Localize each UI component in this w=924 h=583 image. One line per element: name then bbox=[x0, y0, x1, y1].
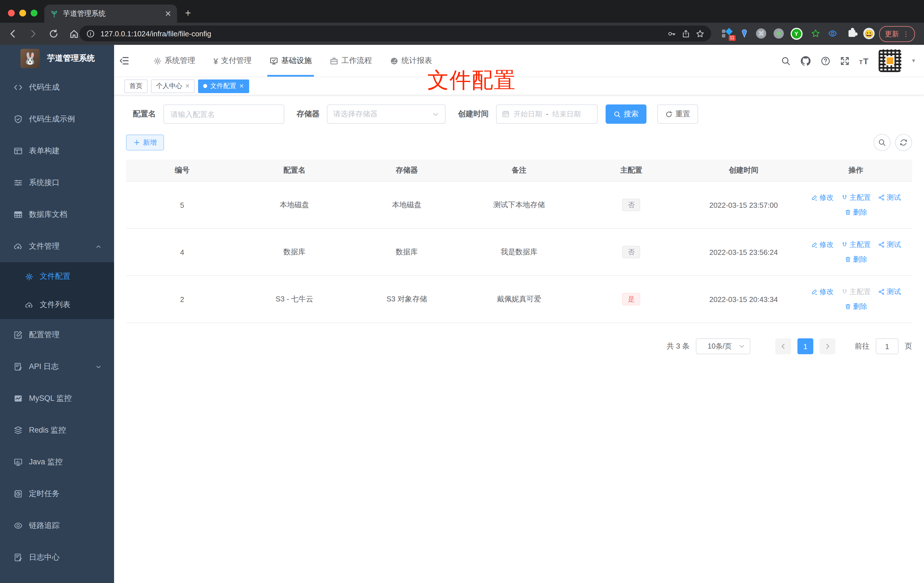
annotation-overlay-text: 文件配置 bbox=[427, 66, 516, 95]
sliders-icon bbox=[13, 178, 23, 187]
extension-eye-icon[interactable] bbox=[827, 27, 839, 40]
sidebar-item-system-api[interactable]: 系统接口 bbox=[0, 167, 114, 199]
share-nodes-icon bbox=[878, 194, 885, 201]
forward-button[interactable] bbox=[28, 29, 38, 39]
current-page-button[interactable]: 1 bbox=[797, 339, 813, 354]
sidebar-item-redis-monitor[interactable]: Redis 监控 bbox=[0, 415, 114, 446]
calendar-icon bbox=[502, 110, 510, 118]
browser-toolbar: 127.0.0.1:1024/infra/file/file-config 11… bbox=[0, 23, 924, 45]
back-button[interactable] bbox=[8, 29, 18, 39]
sidebar-item-file-config[interactable]: 文件配置 bbox=[0, 262, 114, 291]
tag-close-icon[interactable]: ✕ bbox=[185, 83, 190, 89]
tag-file-config[interactable]: 文件配置 ✕ bbox=[198, 79, 249, 93]
delete-link[interactable]: 删除 bbox=[845, 302, 867, 311]
extension-y-icon[interactable]: Y bbox=[790, 27, 802, 40]
sidebar-item-trace[interactable]: 链路追踪 bbox=[0, 510, 114, 542]
nav-item-system[interactable]: 系统管理 bbox=[144, 45, 204, 77]
extension-star-icon[interactable] bbox=[809, 27, 822, 40]
edit-link[interactable]: 修改 bbox=[811, 240, 834, 249]
sidebar-item-config-manage[interactable]: 配置管理 bbox=[0, 319, 114, 351]
sidebar-item-file-manage[interactable]: 文件管理 bbox=[0, 231, 114, 262]
extension-puzzle-icon[interactable] bbox=[846, 27, 858, 40]
storage-select[interactable]: 请选择存储器 bbox=[327, 104, 446, 124]
reload-button[interactable] bbox=[49, 29, 58, 39]
sidebar-item-mysql-monitor[interactable]: MySQL 监控 bbox=[0, 383, 114, 415]
config-name-input[interactable] bbox=[163, 104, 284, 124]
sidebar-item-code-gen[interactable]: 代码生成 bbox=[0, 71, 114, 103]
extension-command-icon[interactable]: ⌘ bbox=[755, 27, 767, 40]
minimize-window-button[interactable] bbox=[19, 10, 26, 17]
sidebar-item-form-builder[interactable]: 表单构建 bbox=[0, 135, 114, 167]
user-avatar-qr[interactable] bbox=[879, 50, 901, 72]
browser-tab[interactable]: 芋道管理系统 ✕ bbox=[44, 5, 177, 23]
browser-update-button[interactable]: 更新 ⋮ bbox=[879, 26, 915, 42]
refresh-table-button[interactable] bbox=[895, 134, 912, 151]
site-info-icon[interactable] bbox=[86, 29, 95, 38]
search-icon[interactable] bbox=[781, 56, 790, 66]
create-time-range-picker[interactable]: 开始日期 - 结束日期 bbox=[496, 104, 598, 124]
sidebar-item-db-doc[interactable]: 数据库文档 bbox=[0, 199, 114, 231]
close-window-button[interactable] bbox=[8, 10, 15, 17]
trash-icon bbox=[845, 209, 851, 216]
search-button[interactable]: 搜索 bbox=[606, 104, 647, 124]
app-title: 芋道管理系统 bbox=[47, 53, 95, 63]
nav-item-workflow[interactable]: 工作流程 bbox=[321, 45, 381, 77]
extension-dot-icon[interactable] bbox=[772, 27, 785, 40]
browser-menu-icon[interactable]: ⋮ bbox=[903, 30, 909, 38]
tab-close-icon[interactable]: ✕ bbox=[165, 10, 172, 18]
total-count: 共 3 条 bbox=[667, 341, 690, 352]
page-size-select[interactable]: 10条/页 bbox=[696, 339, 750, 354]
font-size-icon[interactable]: TT bbox=[859, 56, 869, 66]
add-button[interactable]: 新增 bbox=[126, 135, 164, 150]
master-config-link[interactable]: 主配置 bbox=[841, 193, 871, 202]
update-label: 更新 bbox=[885, 29, 899, 39]
sidebar-item-api-log[interactable]: API 日志 bbox=[0, 351, 114, 383]
extension-emoji-icon[interactable]: 😀 bbox=[863, 27, 875, 40]
goto-page-input[interactable] bbox=[876, 339, 898, 354]
test-link[interactable]: 测试 bbox=[878, 193, 901, 202]
nav-item-infra[interactable]: 基础设施 bbox=[261, 45, 321, 77]
tag-close-icon[interactable]: ✕ bbox=[239, 83, 244, 89]
reset-button[interactable]: 重置 bbox=[657, 104, 698, 124]
show-search-toggle-button[interactable] bbox=[873, 134, 891, 151]
home-button[interactable] bbox=[69, 29, 79, 39]
sidebar-item-cron-job[interactable]: 定时任务 bbox=[0, 478, 114, 510]
master-config-link[interactable]: 主配置 bbox=[841, 240, 871, 249]
collapse-sidebar-icon[interactable] bbox=[119, 56, 129, 66]
edit-link[interactable]: 修改 bbox=[811, 287, 834, 297]
new-tab-button[interactable]: + bbox=[185, 8, 191, 18]
maximize-window-button[interactable] bbox=[31, 10, 38, 17]
next-page-button[interactable] bbox=[820, 339, 835, 354]
sidebar-item-log-center[interactable]: 日志中心 bbox=[0, 542, 114, 573]
delete-link[interactable]: 删除 bbox=[845, 208, 867, 217]
password-key-icon[interactable] bbox=[667, 29, 676, 38]
sidebar-item-code-gen-demo[interactable]: 代码生成示例 bbox=[0, 103, 114, 135]
extension-balloon-icon[interactable] bbox=[738, 27, 750, 40]
test-link[interactable]: 测试 bbox=[878, 287, 901, 297]
tag-profile[interactable]: 个人中心 ✕ bbox=[151, 79, 195, 93]
edit-link[interactable]: 修改 bbox=[811, 193, 834, 202]
test-link[interactable]: 测试 bbox=[878, 240, 901, 249]
avatar-dropdown-caret-icon[interactable]: ▼ bbox=[911, 58, 916, 64]
github-icon[interactable] bbox=[800, 55, 811, 66]
nav-item-payment[interactable]: ¥ 支付管理 bbox=[204, 45, 261, 77]
delete-link[interactable]: 删除 bbox=[845, 254, 867, 264]
prev-page-button[interactable] bbox=[775, 339, 791, 354]
refresh-icon bbox=[899, 139, 908, 147]
col-id: 编号 bbox=[126, 160, 238, 182]
mysql-monitor-icon bbox=[13, 394, 23, 403]
help-icon[interactable] bbox=[821, 56, 830, 66]
fullscreen-icon[interactable] bbox=[840, 56, 850, 66]
sidebar-item-java-monitor[interactable]: Java 监控 bbox=[0, 446, 114, 478]
tags-view-bar: 首页 个人中心 ✕ 文件配置 ✕ bbox=[114, 77, 924, 95]
url-bar[interactable]: 127.0.0.1:1024/infra/file/file-config bbox=[79, 26, 711, 41]
sidebar-item-file-list[interactable]: 文件列表 bbox=[0, 291, 114, 319]
col-create-time: 创建时间 bbox=[687, 160, 800, 182]
master-badge: 否 bbox=[622, 246, 640, 258]
tag-home[interactable]: 首页 bbox=[124, 79, 148, 93]
extension-grid-icon[interactable]: 11 bbox=[721, 27, 733, 40]
bookmark-star-icon[interactable] bbox=[696, 29, 705, 38]
api-log-icon bbox=[13, 362, 23, 371]
share-icon[interactable] bbox=[681, 29, 690, 38]
plus-icon bbox=[134, 139, 140, 146]
